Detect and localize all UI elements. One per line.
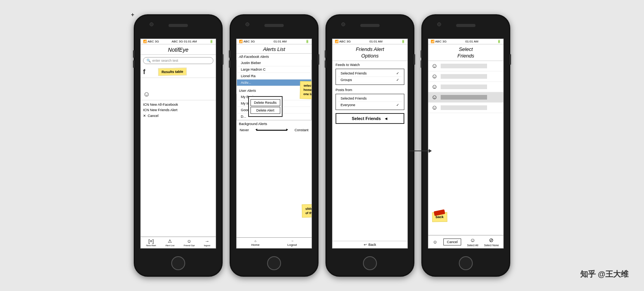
phone2-wrapper: 📶 ABC 3G 01:01 AM 🔋 Alerts List All-Face… [230,14,319,277]
p4-select-all-btn[interactable]: ☺ Select All [467,237,478,247]
phone2-status-bar: 📶 ABC 3G 01:01 AM 🔋 [237,39,312,44]
phone4-title: SelectFriends [428,44,503,61]
slider-track[interactable]: ◄ ► [256,130,287,131]
phone3-home-btn[interactable] [363,256,377,270]
phone4-wrapper: 📶 ABC 3G 01:01 AM 🔋 SelectFriends ☺ ☺ ☺ … [421,14,510,277]
friend5-icon: ☺ [431,104,438,111]
select-friends-btn[interactable]: Select Friends ◄ [336,113,404,124]
phone1-signal: 📶 ABC 3G [143,40,159,43]
feeds-selected-friends-label: Selected Friends [341,71,367,75]
phone2-battery: 🔋 [305,40,309,43]
select-none-label: Select None [484,244,499,247]
phone4-home-btn[interactable] [459,256,473,270]
p4-cancel-btn[interactable]: Cancel [443,239,461,245]
bottom-logout[interactable]: → logout [204,239,210,247]
p4-select-none-btn[interactable]: ⊘ Select None [484,237,499,247]
friend4-bar [441,95,487,100]
phone3-signal: 📶 ABC 3G [335,40,351,43]
home-icon: ⌂ [254,239,256,243]
phone2-title: Alerts List [237,44,312,54]
smiley-icon: ☺ [143,90,150,98]
friend2-bar [441,74,487,79]
bottom-new-alert[interactable]: [+] New Alert [146,239,156,247]
phone2-home-btn[interactable] [267,256,281,270]
p4-friend-4[interactable]: ☺ [428,92,503,103]
bg-alerts-label: Background Alerts [239,122,267,126]
bottom-friend-opt[interactable]: ☺ Friend Opt [184,239,194,247]
phone1-screen: 📶 ABC 3G ABC 3G 01:01 AM 🔋 NotifEye 🔍 en… [140,39,216,249]
p2-item-hadron[interactable]: Large Hadron C [237,66,312,73]
delete-results-btn[interactable]: Delete Results [250,99,280,106]
p4-friend-5[interactable]: ☺ [428,103,503,113]
phone2-time: 01:01 AM [274,40,287,43]
posts-selected-friends-label: Selected Friends [341,96,367,100]
bottom-alert-list[interactable]: ⚠ Alert List [165,239,174,247]
p2-item-justin[interactable]: Justin Bieber [237,60,312,66]
phone3-title: Friends AlertOptions [332,44,407,61]
posts-everyone-check: ✓ [396,103,399,107]
facebook-icon: f [143,68,145,76]
p4-friend-2[interactable]: ☺ [428,71,503,82]
notif-item-2: ICN New Friends Alert [143,107,213,113]
posts-from-box: Selected Friends Everyone ✓ [336,94,404,110]
notif-cancel[interactable]: ✕ Cancel [143,113,213,118]
phone2-camera [245,22,249,26]
p4-friend-3[interactable]: ☺ [428,82,503,92]
delete-alert-btn[interactable]: Delete Alert [250,107,280,114]
phone2-speaker [264,24,284,27]
new-alert-label: New Alert [146,244,156,247]
phone2-signal: 📶 ABC 3G [239,40,255,43]
p2-item-lionel[interactable]: Lionel Ra [237,73,312,80]
logout-label: logout [204,244,210,247]
p4-back-btn[interactable]: ☺ [433,239,438,245]
p2-logout-label: Logout [287,243,296,247]
p2-home-btn[interactable]: ⌂ Home [251,239,259,247]
phone4-side-btn3 [421,60,422,68]
phone4-side-btn [509,54,511,65]
friend4-icon: ☺ [431,94,438,101]
phone3-speaker [360,24,380,27]
phone1-search-placeholder: enter search test [152,59,178,63]
phone4-screen: 📶 ABC 3G 01:01 AM 🔋 SelectFriends ☺ ☺ ☺ … [428,39,504,249]
posts-selected-friends[interactable]: Selected Friends [338,95,402,102]
p2-logout-btn[interactable]: → Logout [287,239,296,247]
phone1-battery: 🔋 [210,40,213,43]
cancel-label: Cancel [148,113,158,118]
phone1-search-bar[interactable]: 🔍 enter search test [143,57,213,64]
phone1-home-btn[interactable] [171,256,185,270]
phone2-bg-slider: Background Alerts [237,120,312,127]
phone3-wrapper: 📶 ABC 3G 01:01 AM 🔋 Friends AlertOptions… [325,14,414,277]
phone2-screen: 📶 ABC 3G 01:01 AM 🔋 Alerts List All-Face… [236,39,312,249]
posts-everyone[interactable]: Everyone ✓ [338,102,402,108]
results-table-note: Results table [158,68,187,76]
friend-opt-icon: ☺ [187,239,191,244]
phone1-side-btn [222,54,223,65]
select-all-label: Select All [467,244,478,247]
phone4: 📶 ABC 3G 01:01 AM 🔋 SelectFriends ☺ ☺ ☺ … [421,14,510,277]
p3-back-label[interactable]: Back [368,243,376,247]
phone2-bottom-bar: ⌂ Home → Logout [237,237,312,248]
phone4-time: 01:01 AM [465,40,479,43]
sticky-back: back [432,212,447,222]
friend2-icon: ☺ [431,73,438,80]
phone2-side-btn [318,54,319,65]
select-friends-label: Select Friends [352,116,381,121]
notif-item-1: ICN New All-Facebook [143,102,213,107]
phone1-plus: + [131,12,134,18]
phone3-status-bar: 📶 ABC 3G 01:01 AM 🔋 [332,39,407,44]
p4-friend-1[interactable]: ☺ [428,61,503,71]
phone2-all-facebook-header: All-Facebook Alerts [237,54,312,60]
phone1-status-bar: 📶 ABC 3G ABC 3G 01:01 AM 🔋 [141,39,216,44]
plus-icon: [+] [148,239,154,244]
feeds-to-watch-box: Selected Friends ✓ Groups ✓ [336,69,404,85]
phone4-signal: 📶 ABC 3G [431,40,446,43]
friend5-bar [441,105,487,110]
phone2: 📶 ABC 3G 01:01 AM 🔋 Alerts List All-Face… [230,14,319,277]
feeds-selected-friends[interactable]: Selected Friends ✓ [338,70,402,77]
feeds-groups[interactable]: Groups ✓ [338,77,402,83]
feeds-to-watch-label: Feeds to Watch [332,61,407,68]
phone2-side-btn2 [229,50,230,58]
posts-from-label: Posts from [332,86,407,93]
sticky-select-returns: select returns to home may be only one l… [300,81,312,99]
constant-label: Constant [295,128,308,132]
